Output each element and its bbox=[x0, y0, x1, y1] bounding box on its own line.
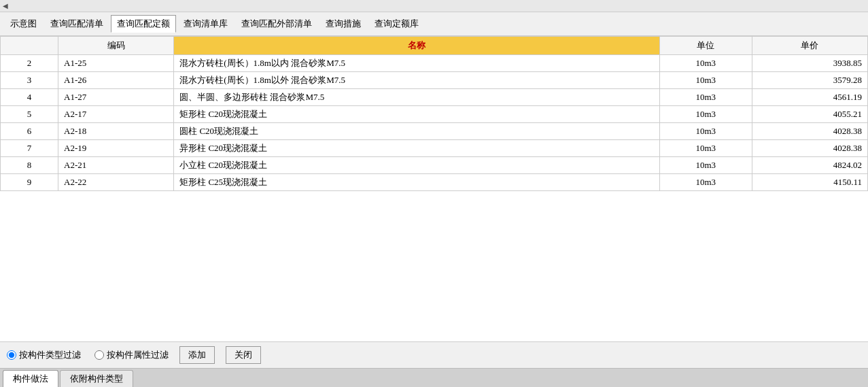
cell-num: 5 bbox=[1, 106, 58, 123]
cell-price: 3938.85 bbox=[752, 55, 867, 72]
col-header-name: 名称 bbox=[174, 37, 660, 55]
cell-code: A2-22 bbox=[58, 174, 174, 191]
cell-unit: 10m3 bbox=[659, 140, 752, 157]
cell-unit: 10m3 bbox=[659, 89, 752, 106]
filter-radio-group: 按构件类型过滤 按构件属性过滤 bbox=[7, 349, 169, 361]
toolbar-btn-查询定额库[interactable]: 查询定额库 bbox=[368, 15, 425, 33]
table-row[interactable]: 4A1-27圆、半圆、多边形砖柱 混合砂浆M7.510m34561.19 bbox=[1, 89, 868, 106]
col-header-code: 编码 bbox=[58, 37, 174, 55]
cell-unit: 10m3 bbox=[659, 174, 752, 191]
cell-price: 4028.38 bbox=[752, 123, 867, 140]
main-content: 编码 名称 单位 单价 2A1-25混水方砖柱(周长）1.8m以内 混合砂浆M7… bbox=[0, 36, 868, 387]
radio-label-type[interactable]: 按构件类型过滤 bbox=[7, 349, 81, 361]
table-row[interactable]: 3A1-26混水方砖柱(周长）1.8m以外 混合砂浆M7.510m33579.2… bbox=[1, 72, 868, 89]
cell-price: 4561.19 bbox=[752, 89, 867, 106]
cell-num: 7 bbox=[1, 140, 58, 157]
radio-attr-label: 按构件属性过滤 bbox=[107, 349, 169, 361]
col-header-unit: 单位 bbox=[659, 37, 752, 55]
table-row[interactable]: 6A2-18圆柱 C20现浇混凝土10m34028.38 bbox=[1, 123, 868, 140]
table-row[interactable]: 7A2-19异形柱 C20现浇混凝土10m34028.38 bbox=[1, 140, 868, 157]
footer-bar: 按构件类型过滤 按构件属性过滤 添加 关闭 bbox=[0, 341, 868, 368]
table-row[interactable]: 5A2-17矩形柱 C20现浇混凝土10m34055.21 bbox=[1, 106, 868, 123]
cell-name: 矩形柱 C20现浇混凝土 bbox=[174, 106, 660, 123]
cell-code: A1-27 bbox=[58, 89, 174, 106]
table-row[interactable]: 2A1-25混水方砖柱(周长）1.8m以内 混合砂浆M7.510m33938.8… bbox=[1, 55, 868, 72]
cell-price: 4150.11 bbox=[752, 174, 867, 191]
cell-name: 圆、半圆、多边形砖柱 混合砂浆M7.5 bbox=[174, 89, 660, 106]
cell-price: 3579.28 bbox=[752, 72, 867, 89]
cell-unit: 10m3 bbox=[659, 55, 752, 72]
tab-构件做法[interactable]: 构件做法 bbox=[3, 370, 58, 387]
tab-依附构件类型[interactable]: 依附构件类型 bbox=[60, 370, 133, 387]
cell-unit: 10m3 bbox=[659, 72, 752, 89]
cell-name: 小立柱 C20现浇混凝土 bbox=[174, 157, 660, 174]
data-table: 编码 名称 单位 单价 2A1-25混水方砖柱(周长）1.8m以内 混合砂浆M7… bbox=[0, 36, 868, 191]
toolbar-btn-查询匹配外部清单[interactable]: 查询匹配外部清单 bbox=[235, 15, 318, 33]
cell-code: A2-19 bbox=[58, 140, 174, 157]
radio-type-label: 按构件类型过滤 bbox=[19, 349, 81, 361]
toolbar-btn-查询匹配定额[interactable]: 查询匹配定额 bbox=[111, 15, 176, 33]
cell-num: 3 bbox=[1, 72, 58, 89]
radio-label-attr[interactable]: 按构件属性过滤 bbox=[94, 349, 169, 361]
cell-num: 2 bbox=[1, 55, 58, 72]
add-button[interactable]: 添加 bbox=[179, 346, 215, 364]
toolbar-btn-查询措施[interactable]: 查询措施 bbox=[319, 15, 367, 33]
cell-price: 4028.38 bbox=[752, 140, 867, 157]
toolbar-btn-查询匹配清单[interactable]: 查询匹配清单 bbox=[44, 15, 109, 33]
cell-code: A2-17 bbox=[58, 106, 174, 123]
col-header-price: 单价 bbox=[752, 37, 867, 55]
radio-attr[interactable] bbox=[94, 350, 104, 360]
tabs-bar: 构件做法 依附构件类型 bbox=[0, 368, 868, 387]
cell-name: 异形柱 C20现浇混凝土 bbox=[174, 140, 660, 157]
toolbar: 示意图 查询匹配清单 查询匹配定额 查询清单库 查询匹配外部清单 查询措施 查询… bbox=[0, 12, 868, 36]
cell-unit: 10m3 bbox=[659, 123, 752, 140]
table-wrapper[interactable]: 编码 名称 单位 单价 2A1-25混水方砖柱(周长）1.8m以内 混合砂浆M7… bbox=[0, 36, 868, 341]
col-header-num bbox=[1, 37, 58, 55]
cell-unit: 10m3 bbox=[659, 157, 752, 174]
cell-unit: 10m3 bbox=[659, 106, 752, 123]
cell-name: 圆柱 C20现浇混凝土 bbox=[174, 123, 660, 140]
cell-price: 4055.21 bbox=[752, 106, 867, 123]
cell-code: A1-26 bbox=[58, 72, 174, 89]
table-row[interactable]: 9A2-22矩形柱 C25现浇混凝土10m34150.11 bbox=[1, 174, 868, 191]
cell-name: 混水方砖柱(周长）1.8m以外 混合砂浆M7.5 bbox=[174, 72, 660, 89]
cell-code: A1-25 bbox=[58, 55, 174, 72]
cell-name: 混水方砖柱(周长）1.8m以内 混合砂浆M7.5 bbox=[174, 55, 660, 72]
scroll-left-arrow[interactable]: ◀ bbox=[3, 2, 8, 10]
cell-num: 6 bbox=[1, 123, 58, 140]
cell-num: 4 bbox=[1, 89, 58, 106]
cell-code: A2-18 bbox=[58, 123, 174, 140]
radio-type[interactable] bbox=[7, 350, 16, 360]
close-button[interactable]: 关闭 bbox=[226, 346, 261, 364]
cell-num: 8 bbox=[1, 157, 58, 174]
cell-code: A2-21 bbox=[58, 157, 174, 174]
toolbar-btn-示意图[interactable]: 示意图 bbox=[4, 15, 43, 33]
table-row[interactable]: 8A2-21小立柱 C20现浇混凝土10m34824.02 bbox=[1, 157, 868, 174]
cell-num: 9 bbox=[1, 174, 58, 191]
cell-price: 4824.02 bbox=[752, 157, 867, 174]
toolbar-btn-查询清单库[interactable]: 查询清单库 bbox=[177, 15, 234, 33]
cell-name: 矩形柱 C25现浇混凝土 bbox=[174, 174, 660, 191]
scroll-bar-top[interactable]: ◀ bbox=[0, 0, 868, 12]
